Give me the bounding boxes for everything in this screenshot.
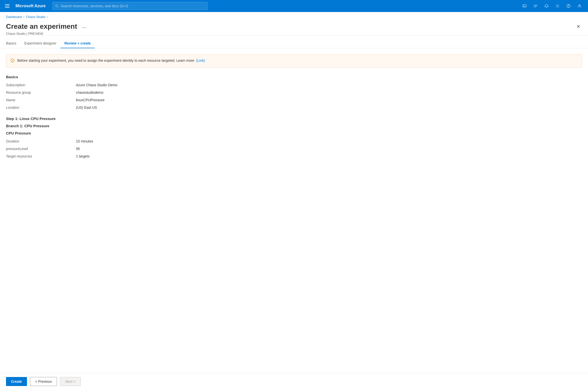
breadcrumb-chaos-studio[interactable]: Chaos Studio xyxy=(26,15,45,19)
search-input[interactable] xyxy=(61,4,205,8)
pressure-level-label: pressureLevel xyxy=(6,147,76,151)
tabs-bar: Basics Experiment designer Review + crea… xyxy=(0,39,588,48)
breadcrumb: Dashboard › Chaos Studio › xyxy=(0,12,588,20)
content-area: Before starting your experiment, you nee… xyxy=(0,48,588,373)
terminal-icon[interactable] xyxy=(520,2,529,10)
name-label: Name xyxy=(6,98,76,102)
tab-experiment-designer[interactable]: Experiment designer xyxy=(20,39,60,48)
page-header: Create an experiment ... Chaos Studio | … xyxy=(0,20,588,36)
svg-point-0 xyxy=(56,5,58,7)
search-bar[interactable] xyxy=(52,2,207,10)
help-icon[interactable] xyxy=(564,2,573,10)
basics-section-title: Basics xyxy=(6,75,582,79)
location-value: (US) East US xyxy=(76,106,582,110)
ellipsis-button[interactable]: ... xyxy=(80,22,88,30)
fault-detail-grid: Duration 15 minutes pressureLevel 95 Tar… xyxy=(6,139,582,158)
page-title: Create an experiment xyxy=(6,22,77,31)
tab-review-create[interactable]: Review + create xyxy=(60,39,95,48)
svg-point-10 xyxy=(12,60,13,60)
top-navigation: Microsoft Azure xyxy=(0,0,588,12)
page-header-left: Create an experiment ... Chaos Studio | … xyxy=(6,22,572,36)
info-banner-text: Before starting your experiment, you nee… xyxy=(17,58,205,63)
breadcrumb-dashboard[interactable]: Dashboard xyxy=(6,15,22,19)
target-resources-label: Target resources xyxy=(6,154,76,158)
page-subtitle: Chaos Studio | PREVIEW xyxy=(6,32,572,36)
close-button[interactable]: × xyxy=(575,22,582,31)
create-button[interactable]: Create xyxy=(6,377,27,386)
location-label: Location xyxy=(6,106,76,110)
hamburger-menu[interactable] xyxy=(4,3,10,9)
pressure-level-value: 95 xyxy=(76,147,582,151)
next-button: Next > xyxy=(60,377,81,386)
subscription-label: Subscription xyxy=(6,83,76,87)
fault-title: CPU Pressure xyxy=(6,131,582,135)
info-icon xyxy=(10,58,15,64)
search-icon xyxy=(55,4,59,8)
name-value: linuxCPUPressure xyxy=(76,98,582,102)
svg-point-7 xyxy=(579,4,580,6)
main-wrapper: Dashboard › Chaos Studio › Create an exp… xyxy=(0,12,588,390)
target-resources-value: 1 targets xyxy=(76,154,582,158)
resource-group-value: chaosstudiodemo xyxy=(76,90,582,94)
resource-group-label: Resource group xyxy=(6,90,76,94)
svg-point-6 xyxy=(569,7,569,7)
duration-label: Duration xyxy=(6,139,76,143)
profile-icon[interactable] xyxy=(575,2,584,10)
info-banner-link[interactable]: (Link) xyxy=(196,58,205,62)
settings-icon[interactable] xyxy=(553,2,562,10)
previous-button[interactable]: < Previous xyxy=(30,377,57,386)
svg-line-1 xyxy=(58,7,58,8)
azure-logo: Microsoft Azure xyxy=(15,4,45,8)
notification-icon[interactable] xyxy=(542,2,551,10)
subscription-value: Azure Chaos Studio Demo xyxy=(76,83,582,87)
nav-icons xyxy=(520,2,584,10)
svg-point-4 xyxy=(557,6,558,7)
duration-value: 15 minutes xyxy=(76,139,582,143)
info-banner: Before starting your experiment, you nee… xyxy=(6,54,582,68)
tab-basics[interactable]: Basics xyxy=(6,39,20,48)
directory-icon[interactable] xyxy=(531,2,540,10)
basics-detail-grid: Subscription Azure Chaos Studio Demo Res… xyxy=(6,83,582,110)
svg-rect-2 xyxy=(523,4,526,7)
branch-title: Branch 1: CPU Pressure xyxy=(6,124,582,128)
footer: Create < Previous Next > xyxy=(0,373,588,390)
step-title: Step 1: Linux CPU Pressure xyxy=(6,116,582,121)
breadcrumb-sep-2: › xyxy=(47,15,48,19)
breadcrumb-sep-1: › xyxy=(23,15,24,19)
